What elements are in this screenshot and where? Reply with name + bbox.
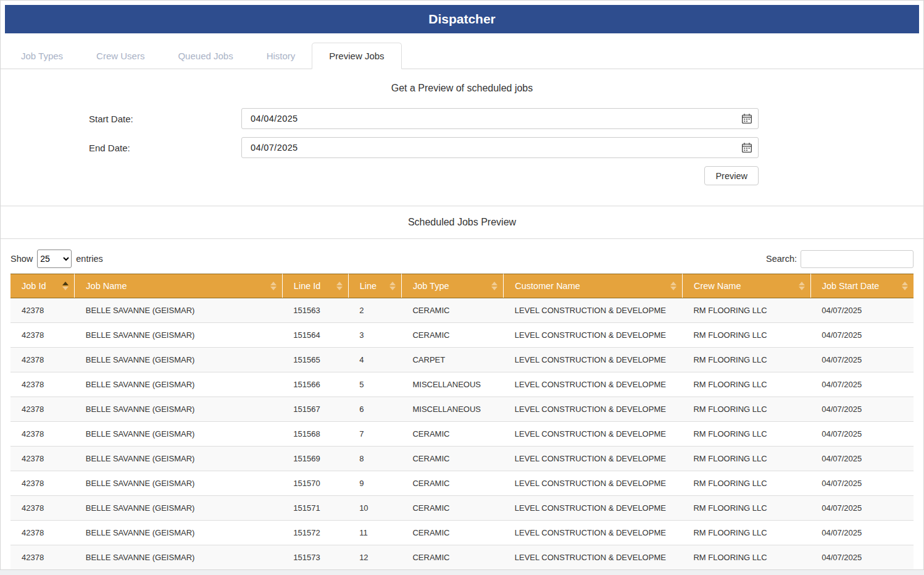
- sort-both-icon: [491, 282, 497, 290]
- cell-job-name: BELLE SAVANNE (GEISMAR): [75, 521, 282, 545]
- sort-up-arrow-icon: [491, 282, 497, 285]
- table-row[interactable]: 42378BELLE SAVANNE (GEISMAR)1515632CERAM…: [10, 298, 914, 323]
- cell-job-name: BELLE SAVANNE (GEISMAR): [75, 545, 282, 570]
- table-row[interactable]: 42378BELLE SAVANNE (GEISMAR)1515676MISCE…: [10, 397, 914, 422]
- cell-job-id: 42378: [10, 422, 75, 447]
- form-actions: Preview: [89, 166, 759, 185]
- table-row[interactable]: 42378BELLE SAVANNE (GEISMAR)1515709CERAM…: [10, 471, 914, 496]
- table-row[interactable]: 42378BELLE SAVANNE (GEISMAR)15157110CERA…: [10, 496, 914, 521]
- tab-job-types[interactable]: Job Types: [4, 43, 80, 69]
- cell-job-type: MISCELLANEOUS: [401, 372, 503, 397]
- column-header-job-name[interactable]: Job Name: [75, 274, 282, 298]
- column-label: Line Id: [294, 281, 321, 291]
- entries-label: entries: [76, 254, 103, 264]
- page-size-select[interactable]: 25: [37, 250, 72, 268]
- sort-down-arrow-icon: [270, 287, 277, 290]
- search-label: Search:: [766, 254, 797, 264]
- cell-crew-name: RM FLOORING LLC: [682, 397, 810, 422]
- cell-line-id: 151568: [282, 422, 348, 447]
- table-row[interactable]: 42378BELLE SAVANNE (GEISMAR)15157312CERA…: [10, 545, 914, 570]
- cell-line: 7: [348, 422, 401, 447]
- cell-line-id: 151566: [282, 372, 348, 397]
- tab-crew-users[interactable]: Crew Users: [80, 43, 161, 69]
- cell-crew-name: RM FLOORING LLC: [682, 422, 810, 447]
- column-header-job-type[interactable]: Job Type: [401, 274, 503, 298]
- tab-history[interactable]: History: [250, 43, 312, 69]
- start-date-input[interactable]: [241, 108, 759, 129]
- cell-job-id: 42378: [10, 298, 75, 323]
- column-label: Customer Name: [515, 281, 580, 291]
- calendar-icon[interactable]: [741, 142, 752, 153]
- column-header-crew-name[interactable]: Crew Name: [682, 274, 810, 298]
- table-row[interactable]: 42378BELLE SAVANNE (GEISMAR)1515687CERAM…: [10, 422, 914, 447]
- tab-queued-jobs[interactable]: Queued Jobs: [161, 43, 249, 69]
- cell-line: 3: [348, 323, 401, 348]
- cell-crew-name: RM FLOORING LLC: [682, 348, 810, 372]
- cell-line-id: 151570: [282, 471, 348, 496]
- cell-crew-name: RM FLOORING LLC: [682, 447, 810, 471]
- cell-crew-name: RM FLOORING LLC: [682, 521, 810, 545]
- cell-job-type: MISCELLANEOUS: [401, 397, 503, 422]
- search-control: Search:: [766, 250, 914, 268]
- preview-form-section: Get a Preview of scheduled jobs Start Da…: [1, 69, 923, 206]
- preview-button[interactable]: Preview: [704, 166, 759, 185]
- cell-job-name: BELLE SAVANNE (GEISMAR): [75, 422, 282, 447]
- table-row[interactable]: 42378BELLE SAVANNE (GEISMAR)15157211CERA…: [10, 521, 914, 545]
- sort-down-arrow-icon: [670, 287, 676, 290]
- cell-line: 2: [348, 298, 401, 323]
- cell-job-start-date: 04/07/2025: [810, 521, 914, 545]
- cell-job-name: BELLE SAVANNE (GEISMAR): [75, 496, 282, 521]
- cell-crew-name: RM FLOORING LLC: [682, 471, 810, 496]
- table-controls: Show 25 entries Search:: [10, 250, 914, 268]
- cell-job-start-date: 04/07/2025: [810, 348, 914, 372]
- page-title: Dispatcher: [428, 12, 496, 27]
- column-header-customer-name[interactable]: Customer Name: [504, 274, 683, 298]
- table-row[interactable]: 42378BELLE SAVANNE (GEISMAR)1515665MISCE…: [10, 372, 914, 397]
- cell-line-id: 151571: [282, 496, 348, 521]
- table-row[interactable]: 42378BELLE SAVANNE (GEISMAR)1515654CARPE…: [10, 348, 914, 372]
- cell-job-id: 42378: [10, 496, 75, 521]
- cell-customer-name: LEVEL CONSTRUCTION & DEVELOPME: [504, 447, 683, 471]
- tab-preview-jobs[interactable]: Preview Jobs: [312, 43, 401, 69]
- column-header-line-id[interactable]: Line Id: [282, 274, 348, 298]
- cell-crew-name: RM FLOORING LLC: [682, 372, 810, 397]
- cell-line: 9: [348, 471, 401, 496]
- cell-job-type: CERAMIC: [401, 422, 503, 447]
- jobs-table-wrapper: Show 25 entries Search: Job IdJob NameLi…: [1, 250, 923, 570]
- cell-job-start-date: 04/07/2025: [810, 298, 914, 323]
- sort-active-icon: [62, 282, 69, 290]
- sort-both-icon: [270, 282, 277, 290]
- cell-job-start-date: 04/07/2025: [810, 323, 914, 348]
- table-row[interactable]: 42378BELLE SAVANNE (GEISMAR)1515643CERAM…: [10, 323, 914, 348]
- column-label: Job Name: [86, 281, 127, 291]
- show-label: Show: [10, 254, 33, 264]
- sort-down-arrow-icon: [336, 287, 343, 290]
- cell-job-id: 42378: [10, 471, 75, 496]
- sort-down-arrow-icon: [902, 287, 908, 290]
- calendar-icon[interactable]: [741, 113, 752, 124]
- sort-up-arrow-icon: [799, 282, 805, 285]
- cell-job-type: CERAMIC: [401, 323, 503, 348]
- dispatcher-app: Dispatcher Job TypesCrew UsersQueued Job…: [0, 0, 924, 570]
- cell-job-start-date: 04/07/2025: [810, 496, 914, 521]
- cell-customer-name: LEVEL CONSTRUCTION & DEVELOPME: [504, 496, 683, 521]
- cell-job-id: 42378: [10, 348, 75, 372]
- cell-job-start-date: 04/07/2025: [810, 372, 914, 397]
- cell-customer-name: LEVEL CONSTRUCTION & DEVELOPME: [504, 372, 683, 397]
- cell-job-name: BELLE SAVANNE (GEISMAR): [75, 298, 282, 323]
- cell-job-name: BELLE SAVANNE (GEISMAR): [75, 323, 282, 348]
- cell-job-name: BELLE SAVANNE (GEISMAR): [75, 397, 282, 422]
- search-input[interactable]: [801, 250, 914, 268]
- cell-customer-name: LEVEL CONSTRUCTION & DEVELOPME: [504, 521, 683, 545]
- cell-job-id: 42378: [10, 397, 75, 422]
- cell-customer-name: LEVEL CONSTRUCTION & DEVELOPME: [504, 422, 683, 447]
- table-row[interactable]: 42378BELLE SAVANNE (GEISMAR)1515698CERAM…: [10, 447, 914, 471]
- column-header-job-id[interactable]: Job Id: [10, 274, 75, 298]
- end-date-input[interactable]: [241, 137, 759, 158]
- cell-customer-name: LEVEL CONSTRUCTION & DEVELOPME: [504, 298, 683, 323]
- cell-line: 5: [348, 372, 401, 397]
- column-header-line[interactable]: Line: [348, 274, 401, 298]
- column-label: Line: [360, 281, 377, 291]
- cell-job-type: CARPET: [401, 348, 503, 372]
- column-header-job-start-date[interactable]: Job Start Date: [810, 274, 914, 298]
